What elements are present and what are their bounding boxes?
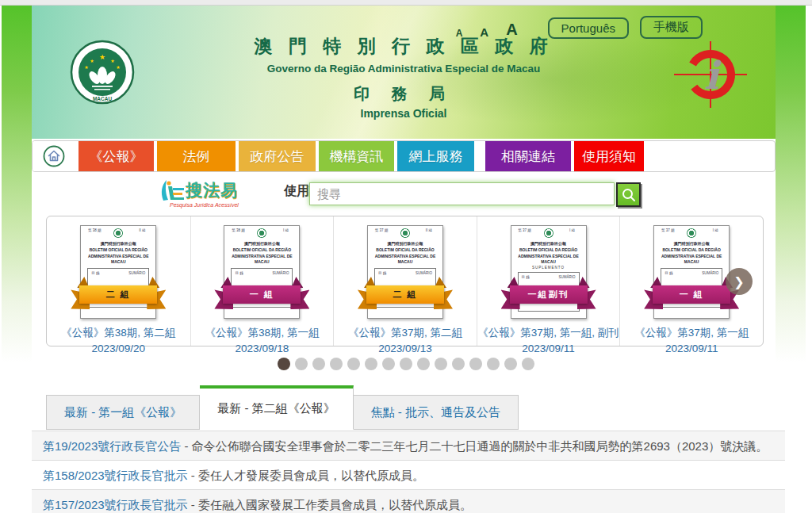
carousel-dot[interactable]	[417, 358, 430, 370]
gazette-date[interactable]: 2023/09/11	[477, 343, 620, 354]
font-size-medium-button[interactable]: A	[480, 25, 488, 39]
list-item: 第19/2023號行政長官公告 - 命令公佈聯合國安全理事會於二零二三年七月二十…	[32, 431, 785, 461]
tab-highlights[interactable]: 焦點 - 批示、通告及公告	[354, 395, 519, 430]
nav-item-gov-notices[interactable]: 政府公告	[239, 141, 316, 171]
home-icon	[43, 145, 65, 167]
carousel-dot[interactable]	[347, 358, 360, 370]
carousel-dot[interactable]	[278, 358, 290, 370]
cover-issue-label: 第 37 期	[658, 228, 677, 232]
entry-description: - 委任融入國家發展工作委員會成員，以替代原成員。	[188, 498, 472, 511]
ribbon-label: 二 組	[366, 285, 444, 304]
gazette-cover[interactable]: 第 37 期 I 組 澳門特別行政區公報 BOLETIM OFICIAL DA …	[653, 225, 730, 319]
font-size-large-button[interactable]: A	[506, 21, 517, 39]
search-input[interactable]	[309, 182, 615, 205]
cover-group-label: II 組	[419, 228, 439, 232]
carousel-item: 第 38 期 II 組 澳門特別行政區公報 BOLETIM OFICIAL DA…	[47, 216, 190, 346]
carousel-item: 第 38 期 I 組 澳門特別行政區公報 BOLETIM OFICIAL DA …	[190, 216, 334, 346]
nav-item-online-services[interactable]: 網上服務	[397, 141, 474, 171]
gazette-date[interactable]: 2023/09/11	[620, 343, 763, 354]
cover-suplemento-label: SUPLEMENTO	[511, 266, 586, 270]
portuguese-language-button[interactable]: Português	[548, 17, 629, 39]
gazette-link[interactable]: 《公報》第37期, 第一組	[620, 326, 763, 340]
cover-masthead: 澳門特別行政區公報 BOLETIM OFICIAL DA REGIÃO ADMI…	[81, 241, 155, 266]
tab-latest-group2[interactable]: 最新 - 第二組《公報》	[200, 385, 353, 430]
gazette-cover[interactable]: 第 38 期 I 組 澳門特別行政區公報 BOLETIM OFICIAL DA …	[224, 225, 300, 319]
carousel-dot[interactable]	[330, 358, 343, 370]
ribbon-label: 二 組	[79, 285, 157, 304]
carousel-dot[interactable]	[469, 358, 482, 370]
gazette-carousel: 第 38 期 II 組 澳門特別行政區公報 BOLETIM OFICIAL DA…	[46, 216, 764, 346]
macau-emblem-mini-icon	[544, 228, 553, 238]
carousel-dot[interactable]	[504, 358, 517, 370]
macau-emblem-mini-icon	[400, 228, 410, 238]
ribbon-label: 一 組	[653, 285, 730, 304]
carousel-item: 第 37 期 II 組 澳門特別行政區公報 BOLETIM OFICIAL DA…	[333, 216, 477, 346]
chevron-right-icon: ❯	[733, 274, 744, 289]
group-ribbon: 二 組	[71, 285, 166, 304]
ribbon-label: 一 組	[223, 285, 301, 304]
carousel-dot[interactable]	[295, 358, 308, 370]
gazette-cover[interactable]: 第 38 期 II 組 澳門特別行政區公報 BOLETIM OFICIAL DA…	[80, 225, 156, 319]
gazette-link[interactable]: 《公報》第38期, 第二組	[47, 326, 190, 340]
nav-item-terms-of-use[interactable]: 使用須知	[574, 141, 644, 171]
header-tools: A A A Português 手機版	[456, 16, 703, 39]
entry-link[interactable]: 第158/2023號行政長官批示	[43, 469, 188, 482]
cover-group-label: I 組	[706, 228, 725, 232]
carousel-next-button[interactable]: ❯	[726, 268, 753, 295]
carousel-dot[interactable]	[312, 358, 325, 370]
group-ribbon: 一 組	[214, 285, 309, 304]
carousel-dot[interactable]	[522, 358, 534, 370]
carousel-dot[interactable]	[365, 358, 377, 370]
gazette-link[interactable]: 《公報》第37期, 第二組	[334, 326, 477, 340]
cover-issue-label: 第 38 期	[85, 228, 104, 232]
content-tabs: 最新 - 第一組《公報》 最新 - 第二組《公報》 焦點 - 批示、通告及公告	[46, 385, 519, 430]
soufayi-logo[interactable]: 搜法易 Pesquisa Jurídica Acessível	[159, 178, 238, 202]
ribbon-label: 一組副刊	[510, 285, 588, 304]
site-title-block: 澳 門 特 別 行 政 區 政 府 Governo da Região Admi…	[32, 34, 776, 120]
home-button[interactable]	[33, 141, 75, 171]
header-banner: ★ ★ ★ ★ ★ MACAU 澳 門 特 別 行 政 區 政 府 Govern…	[32, 6, 776, 139]
carousel-dot[interactable]	[487, 358, 500, 370]
main-navigation: 《公報》 法例 政府公告 機構資訊 網上服務 相關連結 使用須知	[32, 140, 776, 172]
carousel-item: 第 37 期 I 組 澳門特別行政區公報 BOLETIM OFICIAL DA …	[477, 216, 620, 346]
group-ribbon: 二 組	[358, 285, 453, 304]
gazette-cover[interactable]: 第 37 期 II 組 澳門特別行政區公報 BOLETIM OFICIAL DA…	[367, 225, 443, 319]
cover-issue-label: 第 37 期	[515, 228, 534, 232]
carousel-dots	[0, 358, 812, 370]
search-button[interactable]	[616, 182, 641, 207]
font-size-small-button[interactable]: A	[456, 28, 463, 39]
nav-item-gazette[interactable]: 《公報》	[79, 141, 154, 171]
cover-masthead: 澳門特別行政區公報 BOLETIM OFICIAL DA REGIÃO ADMI…	[224, 241, 299, 266]
macau-emblem-mini-icon	[257, 228, 266, 238]
nav-item-legislation[interactable]: 法例	[157, 141, 236, 171]
gazette-link[interactable]: 《公報》第38期, 第一組	[191, 326, 334, 340]
cover-masthead: 澳門特別行政區公報 BOLETIM OFICIAL DA REGIÃO ADMI…	[511, 241, 586, 266]
carousel-dot[interactable]	[435, 358, 447, 370]
gazette-link[interactable]: 《公報》第37期, 第一組, 副刊	[477, 326, 620, 340]
site-title-pt: Governo da Região Administrativa Especia…	[32, 63, 776, 75]
cover-group-label: I 組	[563, 228, 582, 232]
nav-item-org-info[interactable]: 機構資訊	[319, 141, 394, 171]
carousel-dot[interactable]	[382, 358, 395, 370]
list-item: 第157/2023號行政長官批示 - 委任融入國家發展工作委員會成員，以替代原成…	[32, 490, 785, 513]
carousel-dot[interactable]	[452, 358, 465, 370]
carousel-dot[interactable]	[400, 358, 412, 370]
mobile-version-button[interactable]: 手機版	[640, 16, 703, 39]
gazette-date[interactable]: 2023/09/20	[47, 343, 190, 354]
soufayi-logo-text: 搜法易	[186, 179, 238, 201]
cover-issue-label: 第 38 期	[228, 228, 247, 232]
entry-link[interactable]: 第19/2023號行政長官公告	[43, 439, 181, 453]
entry-link[interactable]: 第157/2023號行政長官批示	[43, 498, 188, 511]
cover-issue-label: 第 37 期	[372, 228, 391, 232]
nav-item-related-links[interactable]: 相關連結	[485, 141, 571, 171]
tab-latest-group1[interactable]: 最新 - 第一組《公報》	[46, 395, 200, 430]
gazette-cover[interactable]: 第 37 期 I 組 澳門特別行政區公報 BOLETIM OFICIAL DA …	[511, 225, 587, 319]
gazette-date[interactable]: 2023/09/13	[334, 343, 477, 354]
cover-masthead: 澳門特別行政區公報 BOLETIM OFICIAL DA REGIÃO ADMI…	[368, 241, 442, 266]
cover-group-label: II 組	[132, 228, 151, 232]
dept-title-zh: 印 務 局	[32, 83, 776, 105]
gazette-date[interactable]: 2023/09/18	[191, 343, 334, 354]
group-ribbon: 一 組	[644, 285, 739, 304]
left-decor-strip	[2, 6, 32, 481]
macau-emblem-mini-icon	[687, 228, 696, 238]
